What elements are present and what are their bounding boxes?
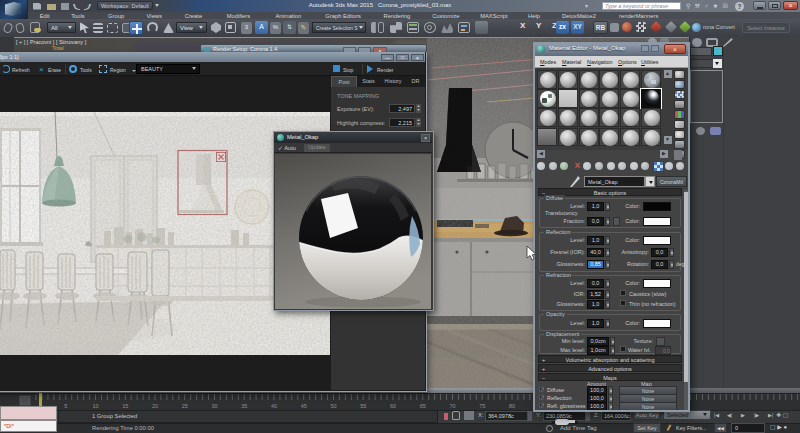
svg-text:45: 45 <box>301 402 307 408</box>
svg-text:40: 40 <box>271 402 277 408</box>
svg-text:5: 5 <box>64 402 67 408</box>
svg-text:35: 35 <box>241 402 247 408</box>
svg-text:60: 60 <box>390 402 396 408</box>
svg-text:25: 25 <box>182 402 188 408</box>
svg-text:55: 55 <box>360 402 366 408</box>
svg-text:65: 65 <box>420 402 426 408</box>
svg-text:50: 50 <box>330 402 336 408</box>
svg-text:75: 75 <box>479 402 485 408</box>
svg-text:10: 10 <box>92 402 98 408</box>
svg-text:30: 30 <box>211 402 217 408</box>
svg-text:20: 20 <box>152 402 158 408</box>
svg-text:70: 70 <box>449 402 455 408</box>
svg-text:80: 80 <box>509 402 515 408</box>
svg-text:15: 15 <box>122 402 128 408</box>
